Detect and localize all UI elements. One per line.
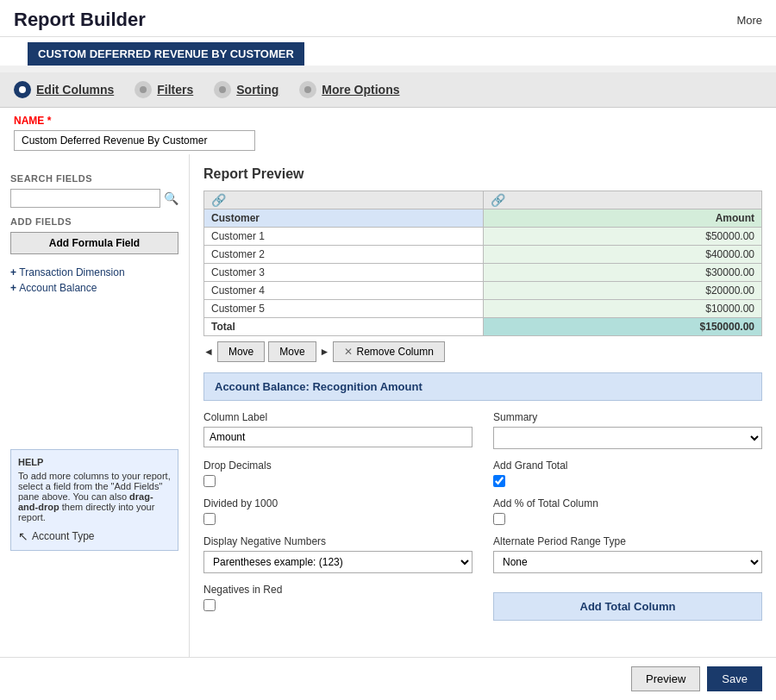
remove-column-label: Remove Column: [356, 346, 433, 358]
account-type-row[interactable]: ↖ Account Type: [18, 529, 171, 543]
name-input[interactable]: [14, 130, 255, 151]
add-total-col-container: Add Total Column: [493, 584, 762, 621]
preview-title: Report Preview: [203, 166, 762, 182]
name-section: NAME *: [0, 108, 776, 154]
customer-col-icon: 🔗: [204, 191, 484, 209]
step-label-filters: Filters: [157, 83, 193, 97]
step-label-sorting: Sorting: [236, 83, 278, 97]
move-left-button[interactable]: Move: [217, 341, 265, 362]
add-grand-total-label: Add Grand Total: [493, 459, 762, 472]
amount-col-icon: 🔗: [483, 191, 762, 209]
amount-cell: $10000.00: [483, 300, 762, 318]
table-row: Customer 2 $40000.00: [204, 246, 762, 264]
add-pct-total-checkbox[interactable]: [493, 513, 505, 525]
step-label-edit-columns: Edit Columns: [36, 83, 114, 97]
page-header: Report Builder More: [0, 0, 776, 37]
amount-cell: $50000.00: [483, 228, 762, 246]
amount-cell: $30000.00: [483, 264, 762, 282]
negatives-red-checkbox-row: [203, 599, 472, 611]
total-amount: $150000.00: [483, 318, 762, 336]
footer: Preview Save: [0, 657, 776, 700]
negatives-red-label: Negatives in Red: [203, 584, 472, 596]
customer-cell: Customer 2: [204, 246, 484, 264]
summary-field: Summary: [493, 411, 762, 449]
display-neg-select[interactable]: Parentheses example: (123): [203, 551, 472, 573]
move-right-button[interactable]: Move: [268, 341, 316, 362]
main-content: SEARCH FIELDS 🔍 ADD FIELDS Add Formula F…: [0, 154, 776, 700]
drop-decimals-checkbox[interactable]: [203, 475, 216, 487]
field-group-transaction-dimension[interactable]: Transaction Dimension: [10, 266, 178, 278]
total-label: Total: [204, 318, 484, 336]
add-total-col-button[interactable]: Add Total Column: [493, 592, 762, 621]
report-title-bar: CUSTOM DEFERRED REVENUE BY CUSTOMER: [28, 42, 304, 66]
drop-decimals-checkbox-row: [203, 475, 472, 487]
step-circle-more-options: [299, 81, 316, 98]
step-circle-edit-columns: [14, 81, 31, 98]
help-title: HELP: [18, 457, 171, 467]
table-row: Customer 3 $30000.00: [204, 264, 762, 282]
negatives-red-checkbox[interactable]: [203, 599, 216, 611]
right-panel: Report Preview 🔗 🔗 Customer Amount: [190, 154, 776, 700]
save-button[interactable]: Save: [707, 666, 762, 691]
column-label-input[interactable]: [203, 427, 472, 447]
step-circle-sorting: [214, 81, 231, 98]
name-label: NAME *: [14, 115, 762, 127]
col-settings-header: Account Balance: Recognition Amount: [203, 372, 762, 401]
add-pct-total-label: Add % of Total Column: [493, 497, 762, 509]
link-icon-amount: 🔗: [491, 193, 505, 207]
col-settings-form: Column Label Summary Drop Decimals Add G…: [203, 411, 762, 621]
preview-button[interactable]: Preview: [631, 666, 700, 691]
report-table: 🔗 🔗 Customer Amount Customer 1 $50000.00: [203, 191, 762, 336]
summary-select[interactable]: [493, 427, 762, 449]
customer-col-header: Customer: [204, 209, 484, 228]
more-link[interactable]: More: [736, 14, 762, 27]
table-row: Customer 1 $50000.00: [204, 228, 762, 246]
col-header-labels: Customer Amount: [204, 209, 762, 228]
steps-bar: Edit Columns Filters Sorting More Option…: [0, 72, 776, 108]
customer-cell: Customer 4: [204, 282, 484, 300]
add-formula-field-button[interactable]: Add Formula Field: [10, 232, 178, 254]
add-pct-total-checkbox-row: [493, 513, 762, 525]
display-neg-field: Display Negative Numbers Parentheses exa…: [203, 535, 472, 573]
search-button[interactable]: 🔍: [164, 191, 178, 205]
negatives-red-field: Negatives in Red: [203, 584, 472, 621]
step-sorting[interactable]: Sorting: [214, 81, 278, 98]
summary-label: Summary: [493, 411, 762, 423]
step-filters[interactable]: Filters: [135, 81, 193, 98]
arrow-right-icon: ►: [320, 346, 330, 358]
drop-decimals-field: Drop Decimals: [203, 459, 472, 487]
add-pct-total-field: Add % of Total Column: [493, 497, 762, 525]
account-type-label: Account Type: [32, 530, 95, 542]
alt-period-select[interactable]: None: [493, 551, 762, 573]
remove-column-button[interactable]: ✕ Remove Column: [333, 341, 444, 362]
alt-period-label: Alternate Period Range Type: [493, 535, 762, 547]
add-grand-total-checkbox[interactable]: [493, 475, 505, 487]
alt-period-field: Alternate Period Range Type None: [493, 535, 762, 573]
help-text: To add more columns to your report, sele…: [18, 471, 171, 522]
search-row: 🔍: [10, 189, 178, 208]
add-grand-total-checkbox-row: [493, 475, 762, 487]
search-input[interactable]: [10, 189, 160, 208]
column-label-label: Column Label: [203, 411, 472, 423]
amount-col-header: Amount: [483, 209, 762, 228]
display-neg-label: Display Negative Numbers: [203, 535, 472, 547]
link-icon-customer: 🔗: [211, 193, 226, 207]
drop-decimals-label: Drop Decimals: [203, 459, 472, 472]
left-panel: SEARCH FIELDS 🔍 ADD FIELDS Add Formula F…: [0, 154, 190, 700]
step-edit-columns[interactable]: Edit Columns: [14, 81, 114, 98]
arrow-left-icon: ◄: [203, 346, 214, 358]
step-circle-filters: [135, 81, 152, 98]
field-group-account-balance[interactable]: Account Balance: [10, 282, 178, 294]
divided-by-1000-field: Divided by 1000: [203, 497, 472, 525]
divided-by-1000-checkbox-row: [203, 513, 472, 525]
step-more-options[interactable]: More Options: [299, 81, 399, 98]
customer-cell: Customer 3: [204, 264, 484, 282]
amount-cell: $40000.00: [483, 246, 762, 264]
step-label-more-options: More Options: [322, 83, 399, 97]
divided-by-1000-checkbox[interactable]: [203, 513, 216, 525]
customer-cell: Customer 5: [204, 300, 484, 318]
search-fields-label: SEARCH FIELDS: [10, 173, 178, 184]
x-icon: ✕: [344, 346, 353, 358]
cursor-icon: ↖: [18, 529, 28, 543]
col-icon-row: 🔗 🔗: [204, 191, 762, 209]
